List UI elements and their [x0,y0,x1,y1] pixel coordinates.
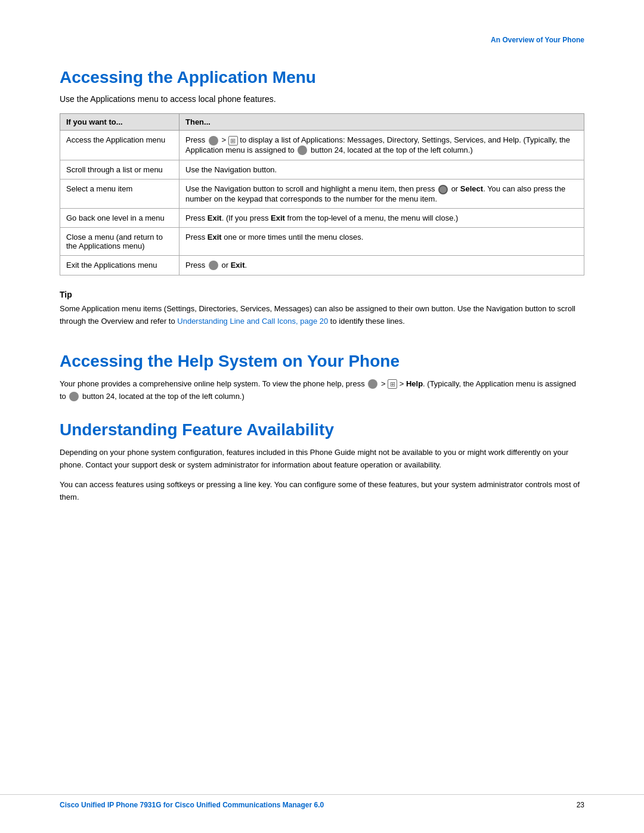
section3-title: Understanding Feature Availability [60,420,584,439]
table-row: Scroll through a list or menu Use the Na… [60,160,584,179]
section3-body1: Depending on your phone system configura… [60,447,584,472]
table-cell-col2: Press Exit. (If you press Exit from the … [179,208,584,227]
table-row: Access the Application menu Press > ⊞ to… [60,131,584,160]
page-footer: Cisco Unified IP Phone 7931G for Cisco U… [0,794,644,809]
help-grid-icon: ⊞ [388,379,397,389]
section1-subtitle: Use the Applications menu to access loca… [60,94,584,104]
section3-body2: You can access features using softkeys o… [60,479,584,504]
table-cell-col2: Press > ⊞ to display a list of Applicati… [179,131,584,160]
tip-title: Tip [60,290,584,299]
table-cell-col1: Scroll through a list or menu [60,160,179,179]
table-row: Close a menu (and return to the Applicat… [60,227,584,255]
table-cell-col1: Go back one level in a menu [60,208,179,227]
table-cell-col2: Press Exit one or more times until the m… [179,227,584,255]
table-cell-col2: Use the Navigation button to scroll and … [179,179,584,209]
page-header-nav: An Overview of Your Phone [60,36,584,44]
apps-button-icon-2 [209,261,218,270]
footer-product-name: Cisco Unified IP Phone 7931G for Cisco U… [60,801,324,809]
table-col1-header: If you want to... [60,114,179,131]
footer-page-number: 23 [577,801,584,809]
help-apps-icon [368,379,377,389]
tip-text-after: to identify these lines. [328,317,405,326]
grid-icon: ⊞ [228,136,238,145]
tip-link[interactable]: Understanding Line and Call Icons, page … [177,317,328,326]
table-cell-col2: Press or Exit. [179,255,584,275]
table-row: Select a menu item Use the Navigation bu… [60,179,584,209]
tip-section: Tip Some Application menu items (Setting… [60,290,584,328]
table-cell-col1: Select a menu item [60,179,179,209]
table-row: Exit the Applications menu Press or Exit… [60,255,584,275]
tip-text: Some Application menu items (Settings, D… [60,303,584,328]
apps-button-icon [209,136,218,145]
section2-title: Accessing the Help System on Your Phone [60,352,584,371]
section1-title: Accessing the Application Menu [60,68,584,87]
nav-button-icon [438,185,448,194]
table-cell-col1: Close a menu (and return to the Applicat… [60,227,179,255]
table-row: Go back one level in a menu Press Exit. … [60,208,584,227]
application-menu-table: If you want to... Then... Access the App… [60,113,584,275]
button-icon [298,145,307,155]
table-col2-header: Then... [179,114,584,131]
help-button-icon [69,392,79,401]
table-cell-col1: Access the Application menu [60,131,179,160]
table-cell-col1: Exit the Applications menu [60,255,179,275]
table-cell-col2: Use the Navigation button. [179,160,584,179]
chapter-title: An Overview of Your Phone [491,36,584,44]
section2-body: Your phone provides a comprehensive onli… [60,378,584,403]
